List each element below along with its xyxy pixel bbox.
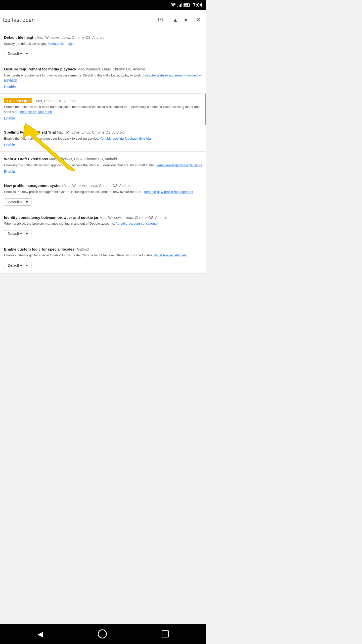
- setting-desc-profile: Enables the new profile management syste…: [4, 189, 202, 194]
- setting-link-identity[interactable]: #enable-account-consistency: [116, 222, 158, 225]
- disable-gesture-link[interactable]: Disable: [4, 85, 16, 89]
- time-display: 7:04: [193, 3, 202, 8]
- setting-tcp-fast-open: TCP Fast Open Linux, Chrome OS, Android …: [0, 94, 206, 125]
- setting-action-identity: Default ▼: [4, 228, 202, 237]
- setting-link-locale[interactable]: #enable-special-locale: [154, 253, 187, 257]
- status-icons: 45 7:04: [170, 3, 202, 8]
- setting-default-tile-height: Default tile height Mac, Windows, Linux,…: [0, 30, 206, 62]
- battery-icon: 45: [184, 3, 191, 7]
- search-query-text: tcp fast open: [3, 17, 147, 23]
- setting-select-default-tile-height[interactable]: Default: [7, 51, 23, 56]
- enable-tcp-link[interactable]: Enable: [4, 116, 15, 120]
- setting-select-profile[interactable]: Default: [7, 200, 23, 204]
- setting-link-webgl[interactable]: #enable-webgl-draft-extensions: [156, 163, 202, 167]
- spacer-bottom: [0, 274, 206, 299]
- toolbar: tcp fast open 1/1 ▲ ▼ ✕: [0, 10, 206, 30]
- setting-link-gesture[interactable]: #disable-gesture-requirement-for-media-p…: [4, 73, 201, 82]
- setting-link-tcp[interactable]: #enable-tcp-fast-open: [20, 110, 52, 114]
- tcp-title-highlight: TCP Fast Open: [4, 98, 32, 103]
- svg-rect-0: [177, 6, 178, 7]
- search-counter: 1/1: [153, 17, 167, 23]
- setting-select-locale[interactable]: Default: [7, 263, 23, 268]
- setting-link-default-tile-height[interactable]: #default-tile-height: [48, 42, 74, 46]
- status-bar: 45 7:04: [0, 0, 206, 10]
- signal-icon: [177, 3, 182, 7]
- setting-identity-consistency: Identity consistency between browser and…: [0, 210, 206, 242]
- toolbar-nav: ▲ ▼: [170, 15, 191, 25]
- enable-webgl-link[interactable]: Enable: [4, 170, 15, 174]
- setting-action-webgl: Enable: [4, 170, 202, 174]
- setting-desc-locale: Enable custom logic for special locales.…: [4, 253, 202, 258]
- setting-desc-identity: When enabled, the browser manages signin…: [4, 221, 202, 226]
- setting-spelling-feedback: Spelling Feedback Field Trial Mac, Windo…: [0, 125, 206, 152]
- setting-gesture-requirement: Gesture requirement for media playback M…: [0, 62, 206, 94]
- setting-desc-webgl: Enabling this option allows web applicat…: [4, 163, 202, 168]
- settings-list: Default tile height Mac, Windows, Linux,…: [0, 30, 206, 274]
- page-wrapper: 45 7:04 tcp fast open 1/1 ▲ ▼ ✕ Default …: [0, 0, 206, 299]
- setting-desc-tcp: Enable the option to send extra authenti…: [4, 104, 202, 114]
- setting-title-profile: New profile management system Mac, Windo…: [4, 183, 202, 188]
- close-search-button[interactable]: ✕: [194, 14, 203, 26]
- setting-action-default-tile-height: Default ▼: [4, 48, 202, 57]
- svg-rect-1: [179, 5, 179, 7]
- setting-title-webgl: WebGL Draft Extensions Mac, Windows, Lin…: [4, 156, 202, 162]
- setting-custom-locale: Enable custom logic for special locales.…: [0, 242, 206, 274]
- setting-title-locale: Enable custom logic for special locales.…: [4, 247, 202, 252]
- setting-action-spelling: Enable: [4, 143, 202, 147]
- setting-webgl-draft: WebGL Draft Extensions Mac, Windows, Lin…: [0, 152, 206, 178]
- setting-title-gesture: Gesture requirement for media playback M…: [4, 66, 202, 72]
- setting-select-identity[interactable]: Default: [7, 231, 23, 236]
- nav-up-button[interactable]: ▲: [170, 15, 180, 25]
- setting-link-spelling[interactable]: #enable-spelling-feedback-field-trial: [100, 137, 152, 140]
- setting-action-gesture: Disable: [4, 85, 202, 89]
- setting-profile-management: New profile management system Mac, Windo…: [0, 178, 206, 210]
- setting-title-identity: Identity consistency between browser and…: [4, 215, 202, 220]
- wifi-icon: [170, 3, 176, 7]
- setting-dropdown-profile[interactable]: Default ▼: [4, 198, 31, 206]
- svg-rect-5: [190, 4, 190, 6]
- highlight-bar: [205, 94, 206, 125]
- enable-spelling-link[interactable]: Enable: [4, 143, 15, 147]
- setting-desc-gesture: User gesture requirement for playing med…: [4, 73, 202, 83]
- setting-dropdown-locale[interactable]: Default ▼: [4, 262, 31, 269]
- setting-title-default-tile-height: Default tile height Mac, Windows, Linux,…: [4, 35, 202, 40]
- setting-link-profile[interactable]: #enable-new-profile-management: [144, 190, 193, 194]
- svg-rect-2: [180, 4, 181, 7]
- setting-title-spelling: Spelling Feedback Field Trial Mac, Windo…: [4, 130, 202, 135]
- setting-title-tcp: TCP Fast Open Linux, Chrome OS, Android: [4, 98, 202, 104]
- svg-text:45: 45: [185, 4, 187, 7]
- setting-dropdown-default-tile-height[interactable]: Default ▼: [4, 50, 31, 57]
- setting-desc-default-tile-height: Specify the default tile height. #defaul…: [4, 41, 202, 46]
- setting-action-profile: Default ▼: [4, 196, 202, 206]
- toolbar-divider: [150, 15, 150, 25]
- setting-desc-spelling: Enable the field trial for sending user …: [4, 136, 202, 141]
- nav-down-button[interactable]: ▼: [181, 15, 191, 25]
- svg-rect-3: [181, 3, 182, 7]
- setting-action-locale: Default ▼: [4, 260, 202, 269]
- setting-dropdown-identity[interactable]: Default ▼: [4, 230, 31, 237]
- setting-action-tcp: Enable: [4, 116, 202, 120]
